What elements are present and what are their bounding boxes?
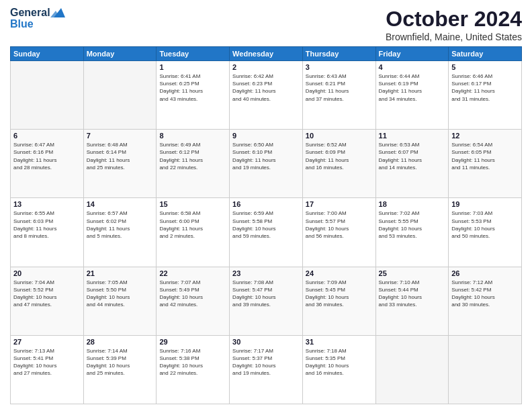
day-number: 31: [306, 338, 373, 346]
day-info: Sunrise: 6:42 AMSunset: 6:23 PMDaylight:…: [232, 73, 300, 103]
calendar-cell: 25Sunrise: 7:10 AMSunset: 5:44 PMDayligh…: [375, 267, 449, 335]
calendar-cell: 24Sunrise: 7:09 AMSunset: 5:45 PMDayligh…: [302, 267, 375, 335]
main-title: October 2024: [386, 7, 522, 32]
calendar-cell: 6Sunrise: 6:47 AMSunset: 6:16 PMDaylight…: [11, 130, 84, 198]
calendar-cell: 19Sunrise: 7:03 AMSunset: 5:53 PMDayligh…: [449, 198, 522, 267]
calendar-cell: 26Sunrise: 7:12 AMSunset: 5:42 PMDayligh…: [449, 267, 522, 335]
day-info: Sunrise: 7:09 AMSunset: 5:45 PMDaylight:…: [306, 279, 373, 309]
day-info: Sunrise: 6:52 AMSunset: 6:09 PMDaylight:…: [306, 141, 373, 171]
column-header-friday: Friday: [375, 47, 449, 61]
calendar: SundayMondayTuesdayWednesdayThursdayFrid…: [10, 46, 522, 404]
column-header-thursday: Thursday: [302, 47, 375, 61]
calendar-cell: 14Sunrise: 6:57 AMSunset: 6:02 PMDayligh…: [83, 198, 157, 267]
calendar-cell: 20Sunrise: 7:04 AMSunset: 5:52 PMDayligh…: [11, 267, 84, 335]
day-info: Sunrise: 6:43 AMSunset: 6:21 PMDaylight:…: [306, 73, 373, 103]
calendar-week-2: 6Sunrise: 6:47 AMSunset: 6:16 PMDaylight…: [11, 130, 522, 198]
day-number: 1: [159, 63, 226, 71]
day-info: Sunrise: 6:48 AMSunset: 6:14 PMDaylight:…: [87, 141, 154, 171]
day-number: 25: [379, 269, 446, 277]
day-info: Sunrise: 6:44 AMSunset: 6:19 PMDaylight:…: [379, 73, 446, 103]
day-number: 10: [306, 132, 373, 140]
day-number: 15: [159, 200, 226, 208]
day-number: 16: [232, 200, 300, 208]
calendar-week-3: 13Sunrise: 6:55 AMSunset: 6:03 PMDayligh…: [11, 198, 522, 267]
calendar-cell: 12Sunrise: 6:54 AMSunset: 6:05 PMDayligh…: [449, 130, 522, 198]
day-number: 30: [232, 338, 300, 346]
calendar-cell: 30Sunrise: 7:17 AMSunset: 5:37 PMDayligh…: [230, 335, 303, 404]
day-number: 3: [306, 63, 373, 71]
day-number: 21: [87, 269, 154, 277]
day-info: Sunrise: 7:08 AMSunset: 5:47 PMDaylight:…: [232, 279, 300, 309]
day-info: Sunrise: 7:10 AMSunset: 5:44 PMDaylight:…: [379, 279, 446, 309]
day-info: Sunrise: 7:07 AMSunset: 5:49 PMDaylight:…: [159, 279, 226, 309]
calendar-cell: 18Sunrise: 7:02 AMSunset: 5:55 PMDayligh…: [375, 198, 449, 267]
day-number: 9: [232, 132, 300, 140]
calendar-cell: 21Sunrise: 7:05 AMSunset: 5:50 PMDayligh…: [83, 267, 157, 335]
logo: General Blue: [10, 7, 65, 30]
logo-icon: [50, 7, 65, 19]
day-info: Sunrise: 7:02 AMSunset: 5:55 PMDaylight:…: [379, 210, 446, 240]
day-number: 11: [379, 132, 446, 140]
calendar-cell: 8Sunrise: 6:49 AMSunset: 6:12 PMDaylight…: [157, 130, 230, 198]
column-header-monday: Monday: [83, 47, 157, 61]
day-info: Sunrise: 7:05 AMSunset: 5:50 PMDaylight:…: [87, 279, 154, 309]
day-number: 29: [159, 338, 226, 346]
calendar-week-1: 1Sunrise: 6:41 AMSunset: 6:25 PMDaylight…: [11, 61, 522, 130]
day-number: 8: [159, 132, 226, 140]
column-header-sunday: Sunday: [11, 47, 84, 61]
day-info: Sunrise: 6:59 AMSunset: 5:58 PMDaylight:…: [232, 210, 300, 240]
day-info: Sunrise: 7:03 AMSunset: 5:53 PMDaylight:…: [451, 210, 519, 240]
day-info: Sunrise: 6:49 AMSunset: 6:12 PMDaylight:…: [159, 141, 226, 171]
day-info: Sunrise: 6:53 AMSunset: 6:07 PMDaylight:…: [379, 141, 446, 171]
day-number: 26: [451, 269, 519, 277]
calendar-cell: 7Sunrise: 6:48 AMSunset: 6:14 PMDaylight…: [83, 130, 157, 198]
calendar-cell: 16Sunrise: 6:59 AMSunset: 5:58 PMDayligh…: [230, 198, 303, 267]
column-header-tuesday: Tuesday: [157, 47, 230, 61]
calendar-cell: 23Sunrise: 7:08 AMSunset: 5:47 PMDayligh…: [230, 267, 303, 335]
day-info: Sunrise: 6:54 AMSunset: 6:05 PMDaylight:…: [451, 141, 519, 171]
logo-top: General: [10, 7, 50, 18]
day-info: Sunrise: 6:55 AMSunset: 6:03 PMDaylight:…: [13, 210, 81, 240]
subtitle: Brownfield, Maine, United States: [386, 32, 522, 42]
day-info: Sunrise: 7:17 AMSunset: 5:37 PMDaylight:…: [232, 347, 300, 377]
calendar-header-row: SundayMondayTuesdayWednesdayThursdayFrid…: [11, 47, 522, 61]
day-number: 4: [379, 63, 446, 71]
calendar-cell: [449, 335, 522, 404]
day-number: 22: [159, 269, 226, 277]
day-info: Sunrise: 7:12 AMSunset: 5:42 PMDaylight:…: [451, 279, 519, 309]
day-info: Sunrise: 7:14 AMSunset: 5:39 PMDaylight:…: [87, 347, 154, 377]
day-info: Sunrise: 6:50 AMSunset: 6:10 PMDaylight:…: [232, 141, 300, 171]
calendar-cell: 17Sunrise: 7:00 AMSunset: 5:57 PMDayligh…: [302, 198, 375, 267]
day-info: Sunrise: 7:04 AMSunset: 5:52 PMDaylight:…: [13, 279, 81, 309]
day-info: Sunrise: 6:41 AMSunset: 6:25 PMDaylight:…: [159, 73, 226, 103]
day-number: 2: [232, 63, 300, 71]
calendar-cell: 3Sunrise: 6:43 AMSunset: 6:21 PMDaylight…: [302, 61, 375, 130]
day-number: 6: [13, 132, 81, 140]
column-header-saturday: Saturday: [449, 47, 522, 61]
day-number: 13: [13, 200, 81, 208]
day-number: 24: [306, 269, 373, 277]
day-number: 12: [451, 132, 519, 140]
calendar-cell: 22Sunrise: 7:07 AMSunset: 5:49 PMDayligh…: [157, 267, 230, 335]
calendar-cell: 2Sunrise: 6:42 AMSunset: 6:23 PMDaylight…: [230, 61, 303, 130]
day-info: Sunrise: 6:46 AMSunset: 6:17 PMDaylight:…: [451, 73, 519, 103]
day-number: 17: [306, 200, 373, 208]
calendar-cell: 31Sunrise: 7:18 AMSunset: 5:35 PMDayligh…: [302, 335, 375, 404]
day-number: 20: [13, 269, 81, 277]
day-number: 23: [232, 269, 300, 277]
calendar-week-5: 27Sunrise: 7:13 AMSunset: 5:41 PMDayligh…: [11, 335, 522, 404]
title-area: October 2024 Brownfield, Maine, United S…: [386, 7, 522, 42]
calendar-cell: 27Sunrise: 7:13 AMSunset: 5:41 PMDayligh…: [11, 335, 84, 404]
calendar-cell: 9Sunrise: 6:50 AMSunset: 6:10 PMDaylight…: [230, 130, 303, 198]
day-number: 5: [451, 63, 519, 71]
day-number: 28: [87, 338, 154, 346]
day-info: Sunrise: 6:58 AMSunset: 6:00 PMDaylight:…: [159, 210, 226, 240]
day-number: 7: [87, 132, 154, 140]
calendar-cell: 15Sunrise: 6:58 AMSunset: 6:00 PMDayligh…: [157, 198, 230, 267]
day-info: Sunrise: 7:16 AMSunset: 5:38 PMDaylight:…: [159, 347, 226, 377]
day-info: Sunrise: 6:57 AMSunset: 6:02 PMDaylight:…: [87, 210, 154, 240]
header: General Blue October 2024 Brownfield, Ma…: [10, 7, 522, 42]
column-header-wednesday: Wednesday: [230, 47, 303, 61]
calendar-cell: [83, 61, 157, 130]
calendar-cell: 13Sunrise: 6:55 AMSunset: 6:03 PMDayligh…: [11, 198, 84, 267]
